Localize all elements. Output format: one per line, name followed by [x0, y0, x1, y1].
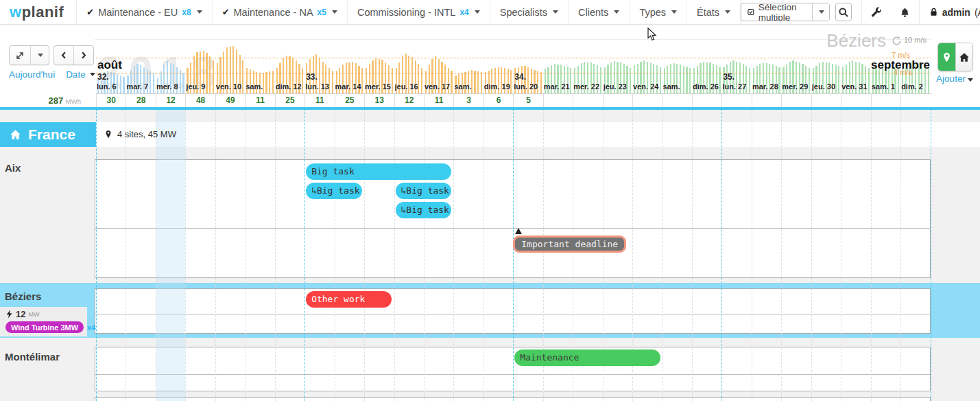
- home-icon: [10, 129, 21, 140]
- refresh-icon[interactable]: [892, 36, 902, 46]
- daily-energy-value: [632, 94, 662, 108]
- daily-energy-value: 49: [215, 94, 245, 108]
- daily-energy-value: 11: [304, 94, 334, 108]
- nav-menu-maintenance-na[interactable]: ✔Maintenance - NAx5: [213, 0, 348, 24]
- country-name: France: [28, 126, 75, 143]
- row-divider: [95, 314, 930, 314]
- daily-energy-value: 12: [156, 94, 185, 108]
- day-label: lun. 13: [305, 82, 334, 93]
- task-bar[interactable]: ↳Big task: [396, 202, 452, 218]
- app-logo[interactable]: wplanif: [0, 0, 77, 24]
- daily-energy-value: 48: [185, 94, 215, 108]
- range-dropdown-button[interactable]: [30, 46, 49, 65]
- threshold-line-7ms: [96, 58, 931, 58]
- home-view-button[interactable]: [955, 43, 972, 71]
- today-link[interactable]: Aujourd'hui: [9, 69, 55, 80]
- site-label-montelimar[interactable]: Montélimar: [5, 351, 60, 363]
- topbar-right: Sélection multiple admin (Administrator): [741, 0, 980, 24]
- day-label: mer. 15: [365, 82, 394, 93]
- chart-scale-label: 10 m/s: [904, 36, 927, 44]
- lock-icon: [929, 7, 938, 17]
- menu-label: Commissioning - INTL: [357, 7, 455, 18]
- day-label: ven. 17: [425, 82, 453, 93]
- next-period-button[interactable]: [73, 46, 93, 65]
- chevron-down-icon: [90, 73, 95, 76]
- daily-energy-value: [811, 94, 841, 108]
- daily-energy-value: [841, 94, 870, 108]
- chevron-right-icon: [80, 51, 88, 60]
- daily-energy-value: 25: [335, 94, 364, 108]
- menu-label: Specialists: [500, 7, 547, 18]
- daily-energy-value: [900, 94, 930, 108]
- settings-button[interactable]: [862, 0, 891, 24]
- day-label: mar. 28: [752, 82, 781, 93]
- map-view-button[interactable]: [938, 43, 955, 71]
- daily-energy-value: 6: [483, 94, 513, 108]
- nav-menu-specialists[interactable]: Specialists: [490, 0, 569, 24]
- next-row-box-partial: [95, 397, 931, 401]
- task-bar[interactable]: ↳Big task: [396, 183, 452, 199]
- montelimar-row-box: [95, 347, 931, 391]
- site-label-beziers[interactable]: Béziers: [5, 290, 41, 302]
- country-banner-france[interactable]: France: [0, 122, 96, 147]
- chart-location-title: Béziers: [754, 30, 902, 51]
- date-dropdown[interactable]: Date: [66, 69, 95, 80]
- day-label: jeu. 23: [603, 82, 632, 93]
- task-bar[interactable]: Other work: [306, 291, 392, 308]
- daily-energy-value: [603, 94, 632, 108]
- task-deadline[interactable]: Important deadline: [513, 236, 626, 253]
- nav-menu-maintenance-eu[interactable]: ✔Maintenance - EUx8: [77, 0, 212, 24]
- machine-badge[interactable]: Wind Turbine 3MW: [5, 321, 84, 333]
- main-nav: ✔Maintenance - EUx8✔Maintenance - NAx5Co…: [77, 0, 741, 24]
- multi-select-button[interactable]: Sélection multiple: [741, 3, 830, 21]
- lightning-icon: [5, 310, 13, 319]
- task-bar[interactable]: Big task: [306, 163, 451, 180]
- daily-energy-value: 5: [513, 94, 542, 108]
- site-label-aix[interactable]: Aix: [5, 162, 21, 174]
- chevron-down-icon: [671, 10, 677, 14]
- nav-menu-commissioning-intl[interactable]: Commissioning - INTLx4: [348, 0, 490, 24]
- multi-select-dropdown[interactable]: [812, 3, 829, 21]
- week-number: 32.: [97, 72, 109, 82]
- menu-count-badge: x4: [459, 8, 468, 17]
- diagonal-expand-icon: [15, 51, 25, 60]
- day-label: lun. 27: [722, 82, 751, 93]
- day-label: dim. 26: [693, 82, 721, 93]
- country-info: 4 sites, 45 MW: [104, 129, 176, 139]
- expand-range-button[interactable]: [10, 46, 30, 65]
- daily-energy-value: [752, 94, 781, 108]
- nav-menu--tats[interactable]: États: [687, 0, 741, 24]
- daily-energy-value: [721, 94, 751, 108]
- wplanif-app: wplanif ✔Maintenance - EUx8✔Maintenance …: [0, 0, 980, 401]
- check-icon: ✔: [86, 7, 94, 17]
- daily-energy-value: 13: [364, 94, 394, 108]
- add-dropdown[interactable]: Ajouter: [930, 73, 979, 84]
- task-bar[interactable]: Maintenance: [514, 350, 660, 366]
- week-number: 35.: [723, 72, 734, 82]
- menu-label: Clients: [578, 7, 608, 18]
- chevron-down-icon: [475, 10, 480, 14]
- day-label: dim. 2: [901, 82, 930, 93]
- nav-menu-clients[interactable]: Clients: [569, 0, 630, 24]
- day-label: sam.: [454, 82, 483, 93]
- daily-energy-value: 3: [453, 94, 483, 108]
- day-label: mer. 22: [573, 82, 602, 93]
- task-bar[interactable]: ↳Big task: [306, 183, 362, 199]
- day-label: ven. 24: [633, 82, 662, 93]
- notifications-button[interactable]: [891, 0, 919, 24]
- day-label: ven. 31: [841, 82, 870, 93]
- day-label: mer. 8: [156, 82, 185, 93]
- row-divider: [95, 228, 930, 229]
- search-button[interactable]: [835, 3, 852, 21]
- menu-label: Maintenance - EU: [98, 7, 178, 18]
- beziers-row-box: [95, 288, 931, 334]
- daily-energy-value: 12: [394, 94, 424, 108]
- chevron-down-icon: [332, 10, 337, 14]
- day-label: mar. 7: [126, 82, 155, 93]
- user-menu[interactable]: admin (Administrator): [920, 7, 980, 18]
- menu-label: États: [697, 7, 719, 18]
- day-label: jeu. 16: [395, 82, 424, 93]
- daily-energy-value: [662, 94, 692, 108]
- nav-menu-types[interactable]: Types: [630, 0, 687, 24]
- previous-period-button[interactable]: [54, 46, 73, 65]
